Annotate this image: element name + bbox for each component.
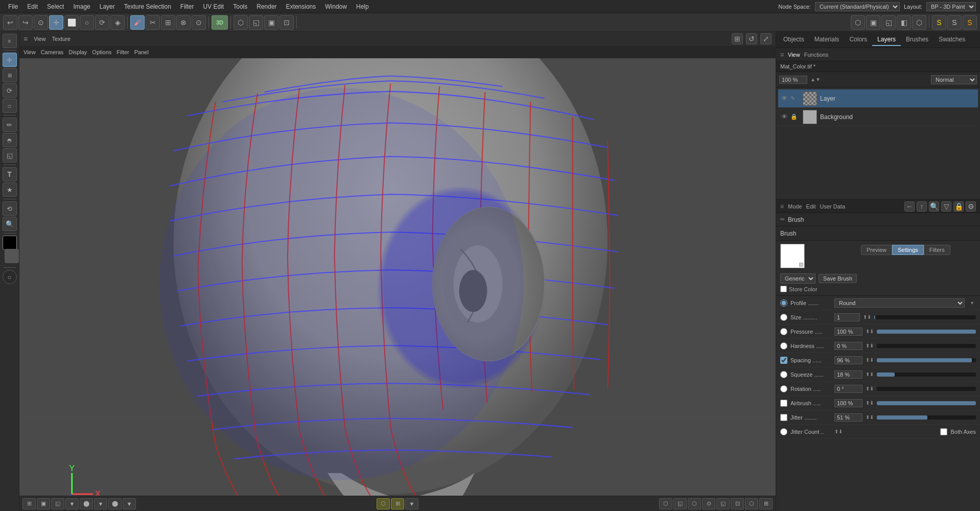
toolbar-color-copy[interactable]: ⊙ — [192, 15, 206, 30]
vp-sub-filter[interactable]: Filter — [116, 49, 129, 55]
view-3d-cam[interactable]: ⬡ — [912, 15, 926, 30]
bs-radio-rotation[interactable] — [780, 385, 787, 392]
layer-row-layer[interactable]: 👁 ✎ Layer — [778, 89, 978, 108]
tool-eraser[interactable]: ◱ — [3, 148, 17, 162]
bb-view1[interactable]: ▣ — [37, 498, 50, 509]
bs-squeeze-spinner[interactable]: ⬆⬇ — [866, 371, 874, 377]
bb-right6[interactable]: ⊡ — [731, 498, 744, 509]
menu-edit[interactable]: Edit — [23, 2, 42, 11]
bs-axes-checkbox[interactable] — [940, 428, 947, 435]
tool-zoom[interactable]: 🔍 — [3, 217, 17, 231]
bb-check[interactable]: ⬤ — [80, 498, 93, 509]
bb-right2[interactable]: ◱ — [673, 498, 687, 509]
bs-radio-pressure[interactable] — [780, 328, 787, 335]
bs-radio-size[interactable] — [780, 314, 787, 321]
brush-tab-filters[interactable]: Filters — [924, 245, 950, 255]
bs-check-jitter[interactable] — [780, 414, 787, 421]
tool-bg-color[interactable] — [5, 249, 19, 263]
bs-hardness-spinner[interactable]: ⬆⬇ — [866, 343, 874, 349]
toolbar-clone[interactable]: ⊞ — [161, 15, 175, 30]
toolbar-undo[interactable]: ↩ — [3, 15, 17, 30]
menu-render[interactable]: Render — [252, 2, 281, 11]
bp-gear-icon[interactable]: ⚙ — [966, 201, 976, 212]
tool-text[interactable]: T — [3, 167, 17, 181]
tool-fg-color[interactable] — [3, 236, 17, 250]
toolbar-redo[interactable]: ↪ — [18, 15, 33, 30]
bp-up-icon[interactable]: ↑ — [917, 201, 927, 212]
vp-menu-view[interactable]: View — [34, 36, 46, 42]
menu-extensions[interactable]: Extensions — [282, 2, 320, 11]
bp-menu-userdata[interactable]: User Data — [820, 203, 846, 210]
bs-value-jitter[interactable] — [834, 413, 862, 422]
tool-paint-brush[interactable]: ✏ — [3, 118, 17, 132]
menu-image[interactable]: Image — [69, 2, 94, 11]
bs-value-squeeze[interactable] — [834, 370, 862, 379]
tool-blur[interactable]: ◓ — [3, 133, 17, 147]
bb-right5[interactable]: ◱ — [716, 498, 730, 509]
bs-profile-select[interactable]: Round Square — [834, 298, 965, 308]
bp-menu-edit[interactable]: Edit — [806, 203, 816, 210]
toolbar-live-selection[interactable]: ⊙ — [34, 15, 48, 30]
bp-search-icon[interactable]: 🔍 — [929, 201, 939, 212]
tool-move2[interactable]: ⊞ — [3, 68, 17, 82]
brush-generic-select[interactable]: Generic — [780, 273, 815, 284]
bs-rotation-spinner[interactable]: ⬆⬇ — [866, 386, 874, 391]
tab-brushes[interactable]: Brushes — [901, 34, 934, 46]
bb-center-a1[interactable]: ⬡ — [377, 498, 390, 509]
bs-radio-jitter-count[interactable] — [780, 428, 787, 435]
bs-jitter-spinner[interactable]: ⬆⬇ — [866, 414, 874, 420]
vp-hamburger-icon[interactable]: ≡ — [24, 35, 28, 43]
brush-tab-preview[interactable]: Preview — [861, 245, 892, 255]
bs-radio-squeeze[interactable] — [780, 371, 787, 378]
menu-select[interactable]: Select — [43, 2, 68, 11]
bs-airbrush-spinner[interactable]: ⬆⬇ — [866, 400, 874, 406]
bs-spacing-spinner[interactable]: ⬆⬇ — [866, 357, 874, 363]
menu-uv-edit[interactable]: UV Edit — [199, 2, 228, 11]
toolbar-scale[interactable]: ⬜ — [64, 15, 79, 30]
bs-value-spacing[interactable] — [834, 356, 862, 364]
brush-preview-box[interactable] — [780, 244, 805, 268]
view-3d-front[interactable]: ⬡ — [851, 15, 865, 30]
layer-row-background[interactable]: 👁 🔒 Background — [778, 108, 978, 126]
vp-sub-panel[interactable]: Panel — [134, 49, 149, 55]
bs-check-airbrush[interactable] — [780, 400, 787, 407]
bb-center-a3[interactable]: ▼ — [405, 498, 418, 509]
menu-file[interactable]: File — [4, 2, 22, 11]
brush-tab-settings[interactable]: Settings — [892, 245, 924, 255]
bs-value-hardness[interactable] — [834, 342, 862, 350]
viewport-canvas[interactable]: View Cameras Display Options Filter Pane… — [19, 46, 776, 496]
bs-check-spacing[interactable] — [780, 357, 787, 364]
toolbar-transform[interactable]: ⟳ — [95, 15, 109, 30]
view-3d-top[interactable]: ◱ — [881, 15, 896, 30]
bb-right7[interactable]: ⬡ — [745, 498, 758, 509]
bb-view2[interactable]: ◱ — [51, 498, 64, 509]
rp-sub-functions[interactable]: Functions — [804, 52, 829, 58]
store-color-checkbox[interactable] — [780, 286, 787, 292]
bs-value-size[interactable] — [834, 313, 860, 321]
tool-hamburger[interactable]: ≡ — [3, 34, 17, 48]
bp-hamburger-icon[interactable]: ≡ — [780, 203, 784, 210]
bp-filter-icon[interactable]: ▽ — [941, 201, 951, 212]
toolbar-tex1[interactable]: ⬡ — [234, 15, 248, 30]
toolbar-paint[interactable]: 🖌 — [130, 15, 145, 30]
tool-scale[interactable]: ○ — [3, 99, 17, 113]
vp-sub-cameras[interactable]: Cameras — [41, 49, 64, 55]
vp-sub-display[interactable]: Display — [68, 49, 87, 55]
toolbar-erase[interactable]: ✂ — [146, 15, 160, 30]
layer-opacity-input[interactable] — [779, 76, 807, 84]
bs-profile-arrow[interactable]: ▾ — [968, 300, 976, 306]
menu-window[interactable]: Window — [321, 2, 351, 11]
layer-lock-background[interactable]: 🔒 — [790, 113, 800, 120]
layer-eye-layer[interactable]: 👁 — [781, 95, 790, 102]
vp-expand-icon[interactable]: ⤢ — [760, 33, 772, 44]
toolbar-custom[interactable]: ◈ — [110, 15, 125, 30]
menu-tools[interactable]: Tools — [229, 2, 251, 11]
bb-arrow[interactable]: ▼ — [94, 498, 107, 509]
bs-pressure-spinner[interactable]: ⬆⬇ — [866, 329, 874, 334]
tool-rotate[interactable]: ⟳ — [3, 83, 17, 98]
layout-select[interactable]: BP - 3D Paint — [926, 2, 976, 11]
tab-objects[interactable]: Objects — [778, 34, 809, 46]
toolbar-tex4[interactable]: ⊡ — [279, 15, 294, 30]
bs-value-rotation[interactable] — [834, 385, 862, 393]
vp-sub-view[interactable]: View — [24, 49, 36, 55]
